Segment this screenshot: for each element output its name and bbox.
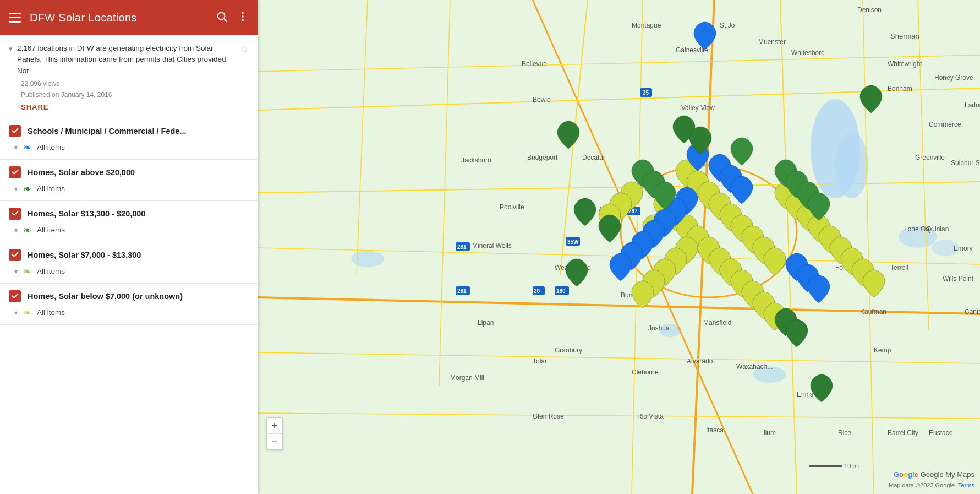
layer-sub-4: ▾ ❧ All items [6, 303, 258, 319]
layer-expand-chevron-4[interactable]: ▾ [14, 309, 18, 317]
svg-text:Bowie: Bowie [533, 96, 551, 104]
more-vertical-icon[interactable] [237, 10, 249, 25]
layer-pin-icon-3: ❧ [23, 265, 31, 278]
svg-text:Honey Grove: Honey Grove [934, 74, 973, 82]
zoom-in-button[interactable]: + [267, 418, 282, 433]
svg-text:35: 35 [643, 90, 649, 96]
layer-item-4: Homes, Solar below $7,000 (or unknown) ▾… [0, 284, 258, 325]
svg-text:Commerce: Commerce [929, 121, 961, 128]
svg-point-3 [242, 15, 244, 18]
svg-text:Tolar: Tolar [533, 357, 547, 365]
app-title: DFW Solar Locations [30, 12, 207, 24]
layer-title-3: Homes, Solar $7,000 - $13,300 [28, 251, 249, 259]
svg-text:Quinlan: Quinlan [926, 225, 949, 233]
zoom-out-button[interactable]: − [267, 434, 282, 449]
map-terms-link[interactable]: Terms [958, 482, 974, 488]
svg-text:Alvarado: Alvarado [687, 357, 713, 365]
svg-point-7 [835, 132, 868, 198]
star-icon[interactable]: ☆ [240, 43, 249, 55]
info-views: 22,096 views [21, 80, 249, 88]
layer-pin-icon-0: ❧ [23, 142, 31, 154]
svg-rect-5 [258, 0, 980, 494]
layer-all-items-0: All items [37, 143, 65, 151]
layer-sub-1: ▾ ❧ All items [6, 180, 258, 195]
layer-item-0: Schools / Municipal / Commercial / Fede.… [0, 118, 258, 160]
layer-expand-chevron-0[interactable]: ▾ [14, 144, 18, 151]
map-area[interactable]: Sherman Gainesville Decatur Azle Weather… [258, 0, 980, 494]
google-logo-text: Google [894, 470, 918, 479]
svg-text:Glen Rose: Glen Rose [533, 412, 564, 420]
svg-text:Cleburne: Cleburne [632, 368, 659, 376]
svg-text:20: 20 [534, 288, 540, 294]
share-button[interactable]: SHARE [21, 103, 49, 111]
map-background: Sherman Gainesville Decatur Azle Weather… [258, 0, 980, 494]
svg-text:Sulphur Springs: Sulphur Springs [951, 159, 980, 167]
svg-text:180: 180 [556, 288, 566, 294]
svg-text:Canton: Canton [965, 308, 980, 316]
layer-checkbox-3[interactable] [9, 249, 21, 261]
svg-text:Morgan Mill: Morgan Mill [450, 374, 484, 382]
svg-text:Whitesboro: Whitesboro [791, 49, 825, 57]
svg-text:St Jo: St Jo [720, 21, 735, 29]
svg-text:Muenster: Muenster [758, 38, 786, 46]
layer-expand-chevron-3[interactable]: ▾ [14, 268, 18, 275]
svg-text:Kemp: Kemp [874, 346, 891, 354]
layer-checkbox-0[interactable] [9, 125, 21, 137]
info-description: 2,167 locations in DFW are generating el… [17, 43, 236, 77]
svg-text:Barrel City: Barrel City [888, 429, 918, 437]
svg-text:Bonham: Bonham [888, 85, 912, 93]
layer-title-1: Homes, Solar above $20,000 [28, 168, 249, 177]
layer-expand-chevron-1[interactable]: ▾ [14, 185, 18, 193]
map-canvas: Sherman Gainesville Decatur Azle Weather… [258, 0, 980, 494]
app-header: DFW Solar Locations [0, 0, 258, 35]
svg-text:Denison: Denison [857, 6, 882, 14]
layer-all-items-4: All items [37, 308, 65, 317]
svg-text:Terrell: Terrell [890, 264, 908, 272]
layer-checkbox-4[interactable] [9, 290, 21, 302]
svg-text:Joshua: Joshua [648, 324, 670, 332]
search-icon[interactable] [216, 10, 228, 25]
layer-all-items-1: All items [37, 184, 65, 193]
svg-text:Eustace: Eustace [929, 429, 953, 437]
svg-point-4 [242, 19, 244, 21]
svg-point-8 [351, 251, 384, 267]
info-collapse-chevron[interactable]: ▾ [9, 45, 13, 53]
svg-text:Mineral Wells: Mineral Wells [472, 242, 512, 249]
layer-item-2: Homes, Solar $13,300 - $20,000 ▾ ❧ All i… [0, 201, 258, 242]
layer-title-0: Schools / Municipal / Commercial / Fede.… [28, 127, 249, 135]
svg-text:281: 281 [457, 244, 467, 250]
svg-text:Ennis: Ennis [797, 390, 813, 398]
svg-text:Montague: Montague [632, 21, 661, 29]
my-maps-badge: Google Google My Maps [894, 470, 974, 479]
svg-text:Bridgeport: Bridgeport [527, 154, 558, 161]
layer-header-4: Homes, Solar below $7,000 (or unknown) [0, 289, 258, 303]
map-attribution: Map data ©2023 Google Terms [889, 482, 974, 488]
svg-text:Waxahach...: Waxahach... [736, 363, 773, 371]
layer-checkbox-1[interactable] [9, 166, 21, 178]
map-zoom-controls: + − [266, 417, 283, 450]
svg-text:Ladonia: Ladonia [965, 101, 980, 109]
layer-header-3: Homes, Solar $7,000 - $13,300 [0, 248, 258, 262]
svg-text:Emory: Emory [954, 245, 973, 252]
info-panel: ▾ 2,167 locations in DFW are generating … [0, 35, 258, 118]
svg-text:Rice: Rice [838, 429, 851, 437]
hamburger-icon[interactable] [9, 13, 21, 23]
svg-text:Decatur: Decatur [582, 154, 605, 161]
layer-expand-chevron-2[interactable]: ▾ [14, 226, 18, 234]
svg-text:Poolville: Poolville [500, 203, 524, 211]
svg-text:Lipan: Lipan [478, 319, 494, 327]
svg-text:Rio Vista: Rio Vista [637, 412, 664, 420]
layer-sub-3: ▾ ❧ All items [6, 262, 258, 278]
layers-container: Schools / Municipal / Commercial / Fede.… [0, 118, 258, 325]
layer-sub-2: ▾ ❧ All items [6, 221, 258, 236]
layer-item-3: Homes, Solar $7,000 - $13,300 ▾ ❧ All it… [0, 242, 258, 284]
svg-text:Jacksboro: Jacksboro [461, 156, 491, 164]
layer-all-items-2: All items [37, 226, 65, 234]
svg-point-2 [242, 12, 244, 14]
layer-header-1: Homes, Solar above $20,000 [0, 165, 258, 180]
layer-header-0: Schools / Municipal / Commercial / Fede.… [0, 124, 258, 138]
layer-header-2: Homes, Solar $13,300 - $20,000 [0, 207, 258, 221]
layer-checkbox-2[interactable] [9, 208, 21, 220]
layer-pin-icon-4: ❧ [23, 307, 31, 319]
layer-all-items-3: All items [37, 267, 65, 275]
